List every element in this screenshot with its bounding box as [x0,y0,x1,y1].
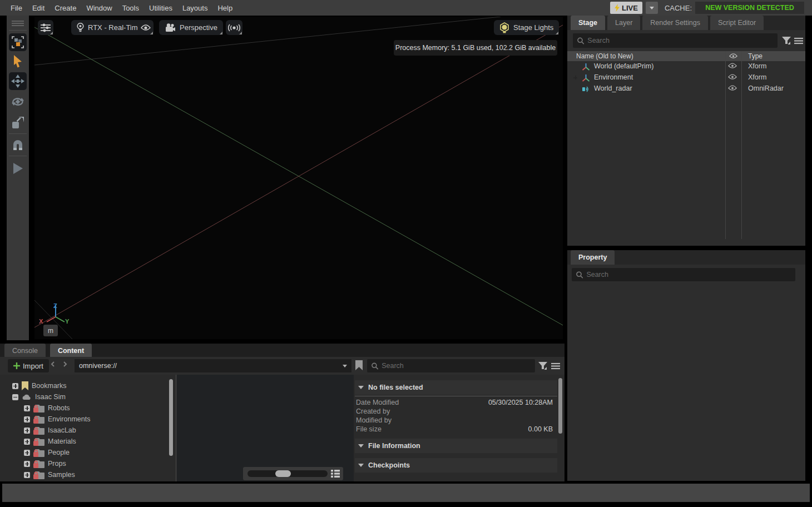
visibility-button[interactable] [138,20,154,35]
toolbar-drag-handle[interactable] [9,19,27,28]
visibility-toggle[interactable] [728,63,737,69]
stage-row-world[interactable]: World (defaultPrim) Xform [567,61,805,72]
scale-tool-button[interactable] [9,115,27,131]
prim-name[interactable]: World (defaultPrim) [594,62,653,70]
expand-toggle[interactable] [24,405,30,411]
expand-toggle[interactable] [24,461,30,467]
details-scrollbar[interactable] [558,378,562,434]
content-options-icon[interactable] [551,362,560,370]
forward-button[interactable] [62,361,68,367]
live-button[interactable]: LIVE [610,2,642,14]
select-tool-button[interactable] [9,53,27,70]
search-icon [577,37,584,44]
prim-type: Xform [748,73,766,81]
content-filter-icon[interactable] [538,362,547,370]
menu-utilities[interactable]: Utilities [144,4,177,12]
zoom-slider[interactable] [247,470,328,477]
content-search-field[interactable] [367,359,535,372]
prim-name[interactable]: Environment [594,73,633,81]
tab-script-editor[interactable]: Script Editor [710,16,764,30]
stage-row-environment[interactable]: Environment Xform [567,72,805,83]
tree-item-props[interactable]: Props [24,458,66,469]
content-search-input[interactable] [382,362,531,370]
snap-tool-button[interactable] [9,137,27,153]
tree-item-bookmarks[interactable]: Bookmarks [12,380,67,391]
move-tool-button[interactable] [9,72,27,90]
tree-scrollbar[interactable] [169,379,173,456]
menu-help[interactable]: Help [212,4,237,12]
rotate-icon [11,96,24,108]
field-file-size: File size 0.00 KB [356,425,555,434]
property-search-input[interactable] [586,271,791,279]
import-button[interactable]: Import [8,359,49,372]
expand-toggle[interactable] [24,450,30,456]
stage-options-icon[interactable] [794,37,803,44]
unit-label[interactable]: m [43,325,58,336]
tree-item-isaac-sim[interactable]: Isaac Sim [12,391,66,402]
menu-edit[interactable]: Edit [27,4,49,12]
column-type[interactable]: Type [748,52,763,60]
expand-toggle[interactable] [24,472,30,478]
stage-row-world-radar[interactable]: World_radar OmniRadar [567,83,805,95]
tab-content[interactable]: Content [50,344,92,358]
stage-tree-header[interactable]: Name (Old to New) Type [567,51,805,61]
section-no-files-selected[interactable]: No files selected [355,380,557,395]
stage-search-input[interactable] [587,37,773,44]
tab-console[interactable]: Console [4,344,46,358]
grid-view-icon[interactable] [331,470,340,478]
column-divider[interactable] [176,375,176,481]
path-input[interactable] [79,362,324,370]
stage-search-field[interactable] [573,33,778,48]
expand-toggle[interactable] [12,383,18,389]
prim-type: Xform [748,62,766,70]
property-search-field[interactable] [572,268,795,281]
lightning-bolt-icon [615,4,620,12]
back-button[interactable] [50,361,56,367]
tree-item-robots[interactable]: Robots [24,402,70,414]
section-checkpoints[interactable]: Checkpoints [355,458,557,473]
stage-light-icon [499,22,509,33]
menu-file[interactable]: File [6,4,27,12]
menu-create[interactable]: Create [49,4,81,12]
expand-toggle[interactable] [24,428,30,434]
bookmark-toggle-icon[interactable] [355,360,363,370]
path-field[interactable] [75,359,351,372]
broadcast-button[interactable] [226,20,242,35]
column-name[interactable]: Name (Old to New) [576,52,633,60]
expand-toggle[interactable] [24,439,30,445]
select-mode-button[interactable] [9,33,27,51]
live-dropdown-button[interactable] [646,2,658,14]
tree-item-samples[interactable]: Samples [24,469,75,480]
menu-window[interactable]: Window [81,4,117,12]
tab-property[interactable]: Property [571,250,615,265]
play-button[interactable] [9,160,27,177]
visibility-toggle[interactable] [728,74,737,80]
prim-name[interactable]: World_radar [594,84,632,92]
zoom-slider-thumb[interactable] [275,470,291,477]
tree-item-people[interactable]: People [24,447,70,458]
tab-layer[interactable]: Layer [607,16,640,30]
rotate-tool-button[interactable] [9,93,27,110]
content-toolbar: Import [0,357,565,375]
caret-down-icon [358,464,364,467]
tree-item-materials[interactable]: Materials [24,436,76,447]
path-dropdown-icon[interactable] [343,365,347,367]
viewport-3d[interactable]: RTX - Real-Time Perspective Stage [34,17,563,339]
files-grid-area[interactable] [177,375,354,481]
tree-item-environments[interactable]: Environments [24,414,90,425]
menu-layouts[interactable]: Layouts [177,4,213,12]
section-file-information[interactable]: File Information [355,439,557,453]
tab-render-settings[interactable]: Render Settings [642,16,708,30]
stage-filter-icon[interactable] [782,37,791,45]
visibility-toggle[interactable] [728,85,737,91]
collapse-toggle[interactable] [12,394,18,400]
tree-item-isaaclab[interactable]: IsaacLab [24,425,76,436]
tab-stage[interactable]: Stage [571,16,605,30]
stage-lights-button[interactable]: Stage Lights [494,20,559,35]
menu-tools[interactable]: Tools [117,4,144,12]
renderer-button[interactable]: RTX - Real-Time [71,20,147,35]
expand-toggle[interactable] [24,416,30,422]
bookmark-icon [22,381,28,390]
viewport-settings-button[interactable] [38,20,53,35]
camera-button[interactable]: Perspective [159,20,223,35]
